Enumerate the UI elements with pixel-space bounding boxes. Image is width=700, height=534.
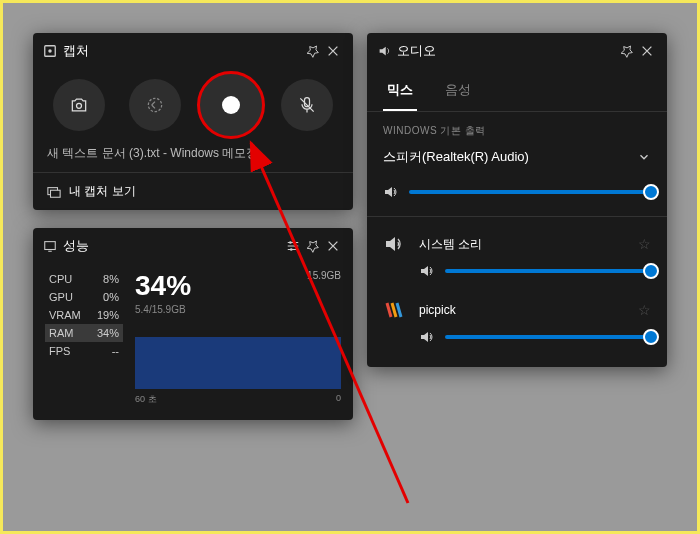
capture-title: 캡처 xyxy=(63,42,89,60)
close-button[interactable] xyxy=(323,41,343,61)
svg-point-9 xyxy=(294,245,297,248)
device-selector[interactable]: 스피커(Realtek(R) Audio) xyxy=(383,148,651,166)
speaker-icon xyxy=(419,263,435,279)
perf-stats-list: CPU8% GPU0% VRAM19% RAM34% FPS-- xyxy=(45,270,123,406)
screenshot-button[interactable] xyxy=(53,79,105,131)
tab-mix[interactable]: 믹스 xyxy=(383,73,417,111)
picpick-volume-slider[interactable] xyxy=(445,335,651,339)
capture-panel: 캡처 새 텍스트 문서 (3).txt - Windows 메모장 내 캡처 보… xyxy=(33,33,353,210)
audio-device: 스피커(Realtek(R) Audio) xyxy=(367,142,667,176)
fps-row[interactable]: FPS-- xyxy=(45,342,123,360)
pin-button[interactable] xyxy=(303,236,323,256)
performance-panel: 성능 CPU8% GPU0% VRAM19% RAM34% FPS-- 34% … xyxy=(33,228,353,420)
app-row-picpick: picpick ☆ xyxy=(367,291,667,325)
audio-panel: 오디오 믹스 음성 WINDOWS 기본 출력 스피커(Realtek(R) A… xyxy=(367,33,667,367)
ram-row[interactable]: RAM34% xyxy=(45,324,123,342)
tab-voice[interactable]: 음성 xyxy=(441,73,475,111)
capture-widget-icon xyxy=(43,44,57,58)
pin-button[interactable] xyxy=(303,41,323,61)
audio-tabs: 믹스 음성 xyxy=(367,73,667,112)
slider-thumb[interactable] xyxy=(643,184,659,200)
star-icon[interactable]: ☆ xyxy=(638,236,651,252)
gallery-icon xyxy=(47,185,61,199)
svg-point-3 xyxy=(148,98,161,111)
divider xyxy=(367,216,667,217)
cpu-row[interactable]: CPU8% xyxy=(45,270,123,288)
svg-point-2 xyxy=(77,103,82,108)
perf-chart-axis: 60 초 0 xyxy=(135,393,341,406)
record-icon xyxy=(222,96,240,114)
chevron-down-icon xyxy=(637,150,651,164)
svg-point-1 xyxy=(48,49,52,53)
performance-widget-icon xyxy=(43,239,57,253)
star-icon[interactable]: ☆ xyxy=(638,302,651,318)
audio-widget-icon xyxy=(377,44,391,58)
slider-thumb[interactable] xyxy=(643,263,659,279)
app-name-picpick: picpick xyxy=(419,303,624,317)
close-button[interactable] xyxy=(637,41,657,61)
audio-header: 오디오 xyxy=(367,33,667,69)
app-name-system: 시스템 소리 xyxy=(419,236,624,253)
system-sound-icon xyxy=(383,233,405,255)
perf-main: 34% 5.4/15.9GB 15.9GB 60 초 0 xyxy=(135,270,341,406)
view-captures-link[interactable]: 내 캡처 보기 xyxy=(33,172,353,210)
capture-button-row xyxy=(33,69,353,145)
svg-point-8 xyxy=(289,241,292,244)
app-row-system: 시스템 소리 ☆ xyxy=(367,225,667,259)
record-last-button[interactable] xyxy=(129,79,181,131)
svg-rect-7 xyxy=(45,242,56,250)
speaker-icon xyxy=(383,184,399,200)
perf-header: 성능 xyxy=(33,228,353,264)
view-captures-label: 내 캡처 보기 xyxy=(69,183,136,200)
svg-rect-6 xyxy=(51,190,61,197)
active-window-name: 새 텍스트 문서 (3).txt - Windows 메모장 xyxy=(33,145,353,172)
vram-row[interactable]: VRAM19% xyxy=(45,306,123,324)
capture-header: 캡처 xyxy=(33,33,353,69)
slider-thumb[interactable] xyxy=(643,329,659,345)
svg-point-10 xyxy=(290,248,293,251)
master-volume-slider[interactable] xyxy=(409,190,651,194)
record-button[interactable] xyxy=(197,71,265,139)
audio-title: 오디오 xyxy=(397,42,436,60)
picpick-volume-row xyxy=(367,325,667,357)
perf-body: CPU8% GPU0% VRAM19% RAM34% FPS-- 34% 5.4… xyxy=(33,264,353,420)
device-name: 스피커(Realtek(R) Audio) xyxy=(383,148,529,166)
mic-toggle-button[interactable] xyxy=(281,79,333,131)
perf-title: 성능 xyxy=(63,237,89,255)
pin-button[interactable] xyxy=(617,41,637,61)
settings-button[interactable] xyxy=(283,236,303,256)
speaker-icon xyxy=(419,329,435,345)
system-volume-row xyxy=(367,259,667,291)
perf-max-value: 15.9GB xyxy=(293,270,341,281)
system-volume-slider[interactable] xyxy=(445,269,651,273)
gpu-row[interactable]: GPU0% xyxy=(45,288,123,306)
perf-big-value: 34% xyxy=(135,270,293,302)
output-section-label: WINDOWS 기본 출력 xyxy=(367,112,667,142)
picpick-app-icon xyxy=(383,299,405,321)
master-volume-row xyxy=(367,176,667,208)
close-button[interactable] xyxy=(323,236,343,256)
perf-chart xyxy=(135,337,341,389)
perf-sub-value: 5.4/15.9GB xyxy=(135,304,293,315)
